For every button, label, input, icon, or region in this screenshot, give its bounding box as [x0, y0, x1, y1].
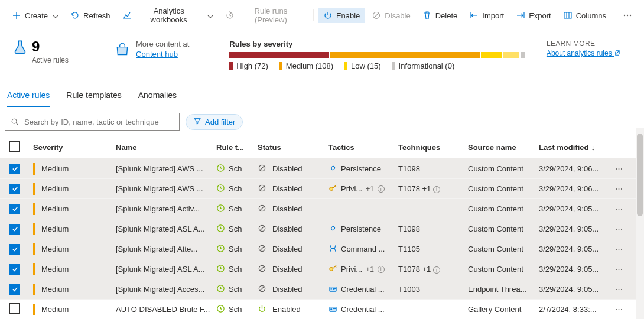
header-source[interactable]: Source name	[468, 143, 539, 152]
row-more-button[interactable]: ⋯	[610, 265, 627, 274]
row-more-button[interactable]: ⋯	[610, 184, 627, 193]
severity-value: Medium	[41, 204, 69, 213]
toolbar: Create Refresh Analytics workbooks Rule …	[0, 0, 644, 31]
row-checkbox[interactable]	[9, 204, 20, 214]
refresh-button[interactable]: Refresh	[66, 8, 115, 23]
status-value: Enabled	[272, 305, 301, 314]
modified-value: 3/29/2024, 9:06...	[539, 184, 610, 193]
clock-icon	[216, 244, 225, 255]
clock-icon	[216, 184, 225, 194]
export-button[interactable]: Export	[511, 8, 556, 23]
severity-bar-low	[481, 52, 502, 58]
tab-rule-templates[interactable]: Rule templates	[66, 84, 121, 107]
tab-anomalies[interactable]: Anomalies	[138, 84, 177, 107]
disable-label: Disable	[385, 11, 410, 20]
table-row[interactable]: Medium [Splunk Migrated] Activ... Sch Di…	[0, 199, 644, 219]
overflow-button[interactable]	[618, 8, 637, 23]
status-value: Disabled	[272, 204, 303, 213]
svg-point-23	[330, 288, 332, 290]
row-checkbox[interactable]	[9, 264, 20, 275]
table-row[interactable]: Medium [Splunk Migrated] AWS ... Sch Dis…	[0, 159, 644, 179]
header-status[interactable]: Status	[258, 143, 328, 152]
table-row[interactable]: Medium [Splunk Migrated] AWS ... Sch Dis…	[0, 179, 644, 199]
scroll-thumb[interactable]	[637, 134, 643, 216]
header-techniques[interactable]: Techniques	[398, 143, 468, 152]
create-button[interactable]: Create	[7, 8, 63, 23]
row-checkbox[interactable]	[9, 164, 20, 174]
table-row[interactable]: Medium [Splunk Migrated] Atte... Sch Dis…	[0, 239, 644, 259]
learn-title: LEARN MORE	[547, 40, 620, 48]
disable-icon	[372, 11, 381, 20]
tactic-value: Credential ...	[341, 285, 385, 294]
table-row[interactable]: Medium AUTO DISABLED Brute F... Sch Enab…	[0, 300, 644, 319]
row-checkbox[interactable]	[9, 284, 20, 295]
severity-indrule	[33, 243, 35, 255]
add-filter-button[interactable]: Add filter	[186, 114, 243, 130]
tactic-value: Persistence	[341, 164, 381, 173]
tactic-plus-count: +1	[366, 185, 374, 193]
flask-icon	[12, 40, 28, 56]
header-tactics[interactable]: Tactics	[328, 143, 398, 152]
rule-type-value: Sch	[229, 184, 242, 193]
row-more-button[interactable]: ⋯	[610, 164, 627, 173]
row-more-button[interactable]: ⋯	[610, 305, 627, 314]
header-ruletype[interactable]: Rule t...	[216, 143, 258, 152]
row-checkbox[interactable]	[9, 303, 20, 314]
rules-by-severity: Rules by severity High (72)Medium (108)L…	[229, 40, 530, 70]
tabs: Active rules Rule templates Anomalies	[0, 84, 644, 107]
columns-button[interactable]: Columns	[558, 8, 611, 23]
row-checkbox[interactable]	[9, 244, 20, 255]
tactic-icon	[328, 304, 337, 315]
scrollbar[interactable]	[636, 128, 644, 319]
disabled-icon	[258, 244, 266, 255]
row-more-button[interactable]: ⋯	[610, 285, 627, 294]
select-all-checkbox[interactable]	[9, 141, 20, 152]
tactic-icon	[328, 244, 337, 255]
svg-point-2	[624, 15, 625, 16]
rule-type-value: Sch	[229, 164, 242, 173]
svg-point-5	[12, 119, 17, 123]
import-button[interactable]: Import	[464, 8, 509, 23]
info-icon[interactable]: i	[433, 266, 440, 274]
header-name[interactable]: Name	[116, 143, 216, 152]
table-row[interactable]: Medium [Splunk Migrated] ASL A... Sch Di…	[0, 219, 644, 239]
columns-label: Columns	[576, 11, 606, 20]
info-icon[interactable]: i	[378, 185, 385, 193]
row-more-button[interactable]: ⋯	[610, 204, 627, 213]
tactic-plus-count: +1	[366, 265, 374, 274]
delete-label: Delete	[435, 11, 458, 20]
header-severity[interactable]: Severity	[33, 143, 116, 152]
search-input[interactable]	[24, 118, 174, 126]
search-box[interactable]	[5, 113, 180, 131]
info-icon[interactable]: i	[433, 186, 440, 193]
row-more-button[interactable]: ⋯	[610, 245, 627, 253]
add-filter-label: Add filter	[205, 118, 235, 126]
enable-button[interactable]: Enable	[318, 8, 365, 23]
analytics-workbooks-button[interactable]: Analytics workbooks	[118, 4, 218, 27]
status-value: Disabled	[272, 285, 303, 294]
kpi-label: Active rules	[32, 56, 69, 64]
delete-button[interactable]: Delete	[418, 8, 463, 23]
content-hub-link[interactable]: Content hub	[136, 50, 178, 58]
info-icon[interactable]: i	[378, 266, 385, 273]
severity-legend-label: Informational (0)	[399, 61, 455, 70]
learn-link[interactable]: About analytics rules	[547, 49, 620, 57]
plus-icon	[12, 11, 21, 20]
severity-bar	[229, 52, 525, 58]
source-value: Custom Content	[468, 184, 539, 193]
severity-color-box	[344, 62, 347, 70]
row-checkbox[interactable]	[9, 184, 20, 194]
tab-active-rules[interactable]: Active rules	[7, 84, 50, 107]
header-modified[interactable]: Last modified ↓	[539, 143, 610, 152]
rule-name: [Splunk Migrated] Acces...	[116, 285, 216, 294]
source-value: Custom Content	[468, 204, 539, 213]
table-row[interactable]: Medium [Splunk Migrated] ASL A... Sch Di…	[0, 259, 644, 279]
row-checkbox[interactable]	[9, 224, 20, 235]
row-more-button[interactable]: ⋯	[610, 224, 627, 233]
modified-value: 2/7/2024, 8:33:...	[539, 305, 610, 314]
rule-type-value: Sch	[229, 305, 242, 314]
rule-name: [Splunk Migrated] Atte...	[116, 245, 216, 253]
trash-icon	[422, 11, 432, 20]
table-row[interactable]: Medium [Splunk Migrated] Acces... Sch Di…	[0, 279, 644, 300]
disabled-icon	[258, 184, 266, 194]
